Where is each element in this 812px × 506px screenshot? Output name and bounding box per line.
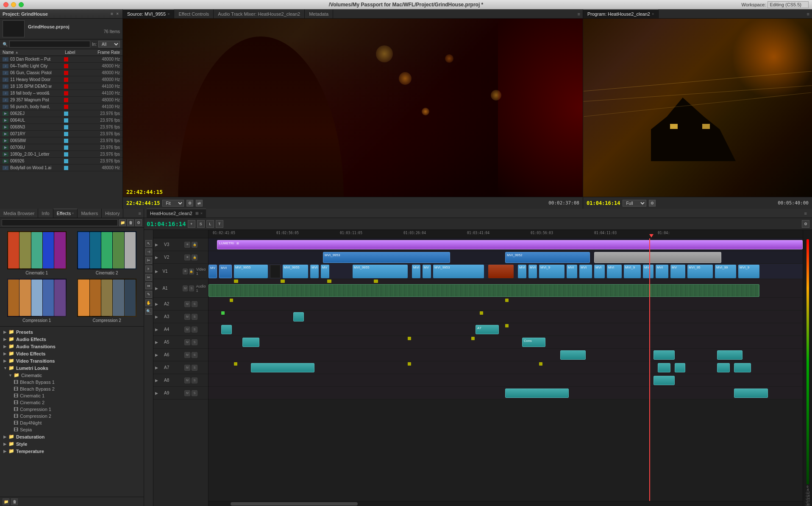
clip-mvi-93-v1[interactable]: MVI_9 <box>738 265 759 278</box>
selection-tool[interactable]: ↖ <box>145 240 152 247</box>
tree-video-transitions[interactable]: ▶ 📁 Video Transitions <box>0 357 144 364</box>
clip-mvi-v1-6[interactable]: MVI <box>528 265 537 278</box>
source-fit-dropdown[interactable]: Fit <box>162 200 184 207</box>
list-item[interactable]: ▶0064UL23.976 fps <box>0 117 122 124</box>
track-a9-s[interactable]: S <box>192 390 197 396</box>
clip-mvi-95-v1[interactable]: MVI_95 <box>687 265 713 278</box>
clip-a3-1[interactable] <box>221 311 225 315</box>
program-panel-menu[interactable]: ≡ <box>804 9 812 18</box>
list-item[interactable]: ♪18 fall body – wood&44100 Hz <box>0 90 122 97</box>
list-item[interactable]: ♪29 357 Magnum Pist48000 Hz <box>0 97 122 103</box>
tab-source[interactable]: Source: MVI_9955 × <box>123 9 174 18</box>
list-item[interactable]: ▶0071RY23.976 fps <box>0 131 122 137</box>
close-button[interactable] <box>3 2 8 7</box>
clip-mvi-v1-4[interactable]: MVI <box>412 265 420 278</box>
clip-mvi-9953-v2[interactable]: MVI_9953 <box>323 252 450 263</box>
track-v3-eye[interactable]: 👁 <box>184 242 190 248</box>
clip-mvi-v1-7[interactable]: MVI <box>567 265 577 278</box>
clip-a4-cons[interactable]: A7 <box>476 325 499 334</box>
timeline-scrollbar-h[interactable] <box>209 501 803 506</box>
clip-a5-cons[interactable]: Cons <box>522 338 545 347</box>
track-a7-m[interactable]: M <box>184 365 190 371</box>
clip-mvi-91-v1[interactable]: MVI_9 <box>539 265 565 278</box>
timeline-tab[interactable]: HeatHouse2_clean2 ⊞ × <box>147 209 206 218</box>
clip-a4-1[interactable] <box>221 325 232 334</box>
scrollbar-thumb-h[interactable] <box>231 502 358 506</box>
clip-a9-2[interactable] <box>734 389 768 398</box>
track-a5-s[interactable]: S <box>192 339 197 345</box>
effects-panel-menu[interactable]: ≡ <box>136 209 144 218</box>
pen-tool[interactable]: ✎ <box>145 291 152 298</box>
track-a2-s[interactable]: S <box>192 301 197 307</box>
tl-add-track-btn[interactable]: T <box>216 220 223 228</box>
track-a3-s[interactable]: S <box>192 314 197 320</box>
clip-mvi-9953-v1[interactable]: MVI_9953 <box>433 265 484 278</box>
list-item[interactable]: ▶00706U23.976 fps <box>0 144 122 151</box>
source-panel-menu[interactable]: ≡ <box>575 9 583 18</box>
list-item[interactable]: ▶0062EJ23.976 fps <box>0 110 122 117</box>
list-item[interactable]: ♪03 Dan Rockett – Put48000 Hz <box>0 56 122 63</box>
track-v2-lock[interactable]: 🔒 <box>192 254 197 260</box>
list-item[interactable]: ▶0068N323.976 fps <box>0 124 122 131</box>
zoom-tool[interactable]: 🔍 <box>145 308 152 315</box>
clip-a7-2[interactable] <box>658 363 670 372</box>
project-close-button[interactable]: × <box>115 11 120 17</box>
clip-mvi-9952-v2[interactable]: MVI_9952 <box>505 252 590 263</box>
project-menu-button[interactable]: ≡ <box>111 11 113 16</box>
list-item[interactable]: ♪06 Gun, Classic Pistol48000 Hz <box>0 70 122 76</box>
audio-waveform-a1[interactable] <box>209 284 759 297</box>
tab-media-browser[interactable]: Media Browser <box>0 209 38 218</box>
list-item[interactable]: ♪11 Heavy Wood Door48000 Hz <box>0 76 122 83</box>
effects-menu-btn[interactable]: ⚙ <box>135 219 142 226</box>
tab-effect-controls[interactable]: Effect Controls <box>174 9 214 18</box>
list-item[interactable]: ▶1080p_2.00-1_Letter23.976 fps <box>0 151 122 158</box>
timeline-tab-close[interactable]: × <box>200 211 203 215</box>
clip-mvi-v1-5[interactable]: MVI <box>518 265 526 278</box>
track-a1-m[interactable]: M <box>183 285 188 291</box>
clip-mvi-99-v1-3[interactable]: MVI_99 <box>715 265 736 278</box>
effects-new-bin-btn[interactable]: 📁 <box>3 498 9 505</box>
clip-mv-v1-7[interactable]: MV <box>670 265 685 278</box>
tab-audio-track-mixer[interactable]: Audio Track Mixer: HeatHouse2_clean2 <box>214 9 305 18</box>
tree-audio-effects[interactable]: ▶ 📁 Audio Effects <box>0 335 144 343</box>
timeline-menu-btn[interactable]: ≡ <box>802 211 809 216</box>
list-item[interactable]: ♪04–Traffic Light City48000 Hz <box>0 63 122 70</box>
tl-settings-btn[interactable]: ⚙ <box>802 220 809 228</box>
track-a6-s[interactable]: S <box>192 352 197 358</box>
clip-mvi-9-v1-2[interactable]: MVI <box>594 265 605 278</box>
tl-snap-btn[interactable]: S <box>197 220 205 228</box>
tab-metadata[interactable]: Metadata <box>305 9 333 18</box>
tab-effects-close[interactable]: × <box>72 211 74 215</box>
tree-lumetri-looks[interactable]: ▼ 📁 Lumetri Looks <box>0 364 144 372</box>
tree-cinematic-1[interactable]: 🎞 Cinematic 1 <box>0 392 144 399</box>
track-v1-expand[interactable]: ▶ <box>155 269 161 274</box>
track-a9-m[interactable]: M <box>184 390 190 396</box>
tab-markers[interactable]: Markers <box>78 209 102 218</box>
source-settings-btn[interactable]: ⚙ <box>186 200 193 207</box>
clip-a6-1[interactable] <box>560 350 586 360</box>
slip-tool[interactable]: ⇔ <box>145 282 152 289</box>
clip-mvi-99-v1-2[interactable]: MVI_9 <box>624 265 641 278</box>
track-v2-expand[interactable]: ▶ <box>155 255 163 260</box>
search-input[interactable] <box>9 41 90 48</box>
tree-video-effects[interactable]: ▶ 📁 Video Effects <box>0 350 144 357</box>
thumbnail-compression2[interactable]: Compression 2 <box>74 279 141 323</box>
list-item[interactable]: ▶00692623.976 fps <box>0 158 122 165</box>
clip-a7-5[interactable] <box>734 363 751 372</box>
tab-effects[interactable]: Effects × <box>53 209 78 218</box>
track-v1-lock[interactable]: 🔒 <box>189 268 194 274</box>
razor-tool[interactable]: ✂ <box>145 274 152 281</box>
clip-thumbnail-v1[interactable] <box>488 265 514 278</box>
clip-a7-1[interactable] <box>251 363 314 372</box>
workspace-dropdown[interactable]: Editing (CS5.5) <box>768 1 809 8</box>
clip-mvi-9955-v1-3[interactable]: MVI_9955 <box>353 265 408 278</box>
clip-a6-3[interactable] <box>717 350 742 360</box>
tab-source-close[interactable]: × <box>167 12 170 16</box>
track-v2-eye[interactable]: 👁 <box>184 254 190 260</box>
rolling-tool[interactable]: ⊢ <box>145 257 152 264</box>
tree-presets[interactable]: ▶ 📁 Presets <box>0 328 144 335</box>
tree-bleach-bypass-2[interactable]: 🎞 Bleach Bypass 2 <box>0 386 144 392</box>
list-item[interactable]: ▶00658W23.976 fps <box>0 137 122 144</box>
track-a5-m[interactable]: M <box>184 339 190 345</box>
tl-linked-select-btn[interactable]: L <box>206 220 214 228</box>
